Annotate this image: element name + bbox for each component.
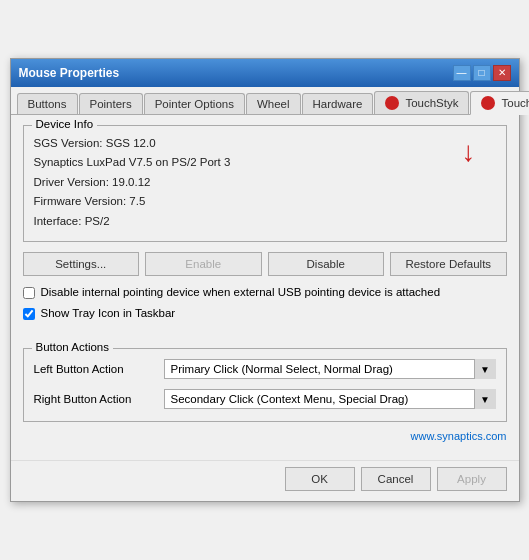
firmware-version-line: Firmware Version: 7.5 [34, 192, 496, 212]
disable-internal-row: Disable internal pointing device when ex… [23, 286, 507, 299]
tab-pointers-label: Pointers [90, 98, 132, 110]
tab-pointers[interactable]: Pointers [79, 93, 143, 114]
show-tray-row: Show Tray Icon in Taskbar [23, 307, 507, 320]
touchstyk-logo-icon [385, 96, 399, 110]
tab-touchpad[interactable]: TouchPad [470, 91, 529, 115]
left-button-select[interactable]: Primary Click (Normal Select, Normal Dra… [164, 359, 496, 379]
button-actions-group: Button Actions Left Button Action Primar… [23, 348, 507, 422]
restore-defaults-button[interactable]: Restore Defaults [390, 252, 507, 276]
device-info-title: Device Info [32, 118, 98, 130]
footer-buttons: OK Cancel Apply [11, 460, 519, 501]
synaptics-link[interactable]: www.synaptics.com [411, 430, 507, 442]
button-actions-title: Button Actions [32, 341, 114, 353]
luxpad-line: Synaptics LuxPad V7.5 on PS/2 Port 3 [34, 153, 496, 173]
left-button-select-wrapper: Primary Click (Normal Select, Normal Dra… [164, 359, 496, 379]
close-button[interactable]: ✕ [493, 65, 511, 81]
left-button-action-row: Left Button Action Primary Click (Normal… [34, 359, 496, 379]
touchpad-logo-icon [481, 96, 495, 110]
tab-bar: Buttons Pointers Pointer Options Wheel H… [11, 87, 519, 115]
tab-touchpad-label: TouchPad [501, 97, 529, 109]
driver-version-line: Driver Version: 19.0.12 [34, 173, 496, 193]
right-button-action-row: Right Button Action Secondary Click (Con… [34, 389, 496, 409]
tab-wheel[interactable]: Wheel [246, 93, 301, 114]
tab-buttons-label: Buttons [28, 98, 67, 110]
tab-hardware[interactable]: Hardware [302, 93, 374, 114]
title-bar-controls: — □ ✕ [453, 65, 511, 81]
disable-button[interactable]: Disable [268, 252, 385, 276]
tab-pointer-options[interactable]: Pointer Options [144, 93, 245, 114]
disable-internal-label: Disable internal pointing device when ex… [41, 286, 441, 298]
sgs-version-line: SGS Version: SGS 12.0 [34, 134, 496, 154]
tab-touchstyk-label: TouchStyk [405, 97, 458, 109]
tab-pointer-options-label: Pointer Options [155, 98, 234, 110]
window-title: Mouse Properties [19, 66, 120, 80]
minimize-button[interactable]: — [453, 65, 471, 81]
settings-button[interactable]: Settings... [23, 252, 140, 276]
device-action-buttons: Settings... Enable Disable Restore Defau… [23, 252, 507, 276]
tab-buttons[interactable]: Buttons [17, 93, 78, 114]
maximize-button[interactable]: □ [473, 65, 491, 81]
tab-wheel-label: Wheel [257, 98, 290, 110]
interface-line: Interface: PS/2 [34, 212, 496, 232]
left-button-label: Left Button Action [34, 363, 164, 375]
show-tray-checkbox[interactable] [23, 308, 35, 320]
enable-button[interactable]: Enable [145, 252, 262, 276]
disable-internal-checkbox[interactable] [23, 287, 35, 299]
mouse-properties-dialog: Mouse Properties — □ ✕ Buttons Pointers … [10, 58, 520, 503]
device-info-group: Device Info SGS Version: SGS 12.0 Synapt… [23, 125, 507, 243]
ok-button[interactable]: OK [285, 467, 355, 491]
cancel-button[interactable]: Cancel [361, 467, 431, 491]
red-arrow-icon: ↓ [462, 128, 476, 176]
right-button-label: Right Button Action [34, 393, 164, 405]
apply-button[interactable]: Apply [437, 467, 507, 491]
right-button-select[interactable]: Secondary Click (Context Menu, Special D… [164, 389, 496, 409]
device-info-text: SGS Version: SGS 12.0 Synaptics LuxPad V… [34, 134, 496, 232]
right-button-select-wrapper: Secondary Click (Context Menu, Special D… [164, 389, 496, 409]
title-bar: Mouse Properties — □ ✕ [11, 59, 519, 87]
synaptics-link-row: www.synaptics.com [23, 430, 507, 442]
tab-hardware-label: Hardware [313, 98, 363, 110]
show-tray-label: Show Tray Icon in Taskbar [41, 307, 176, 319]
tab-touchstyk[interactable]: TouchStyk [374, 91, 469, 114]
tab-content: Device Info SGS Version: SGS 12.0 Synapt… [11, 115, 519, 461]
